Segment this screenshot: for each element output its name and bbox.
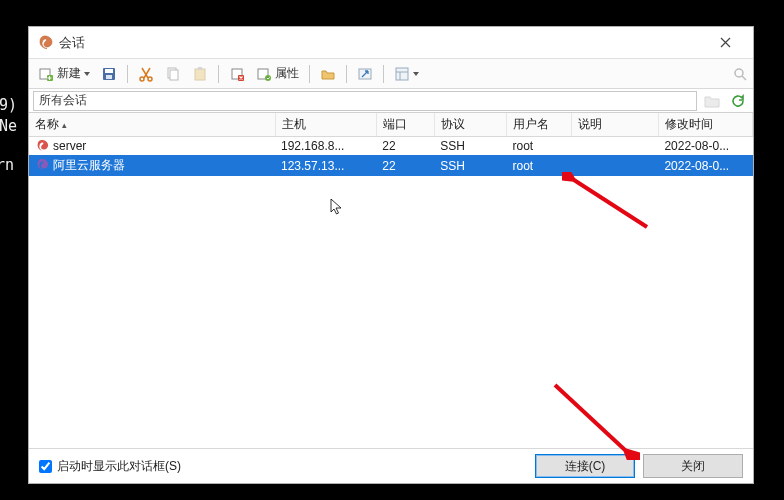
session-dialog: 会话 新建 属性 — [28, 26, 754, 484]
cell-proto: SSH — [434, 155, 506, 176]
cell-mod: 2022-08-0... — [658, 137, 752, 156]
cell-mod: 2022-08-0... — [658, 155, 752, 176]
save-button[interactable] — [96, 62, 122, 86]
svg-point-17 — [735, 69, 743, 77]
path-bar: 所有会话 — [29, 89, 753, 113]
startup-checkbox-label: 启动时显示此对话框(S) — [57, 458, 181, 475]
footer-bar: 启动时显示此对话框(S) 连接(C) 关闭 — [29, 449, 753, 483]
search-icon[interactable] — [731, 65, 749, 83]
cell-port: 22 — [376, 155, 434, 176]
mouse-cursor-icon — [330, 198, 344, 216]
col-host[interactable]: 主机 — [275, 113, 376, 137]
chevron-down-icon — [84, 72, 90, 76]
session-list[interactable]: 名称 主机 端口 协议 用户名 说明 修改时间 server192.168.8.… — [29, 113, 753, 449]
connect-button[interactable]: 连接(C) — [535, 454, 635, 478]
paste-button[interactable] — [187, 62, 213, 86]
properties-button[interactable]: 属性 — [251, 62, 304, 86]
table-row[interactable]: server192.168.8...22SSHroot2022-08-0... — [29, 137, 753, 156]
col-mod[interactable]: 修改时间 — [658, 113, 752, 137]
col-user[interactable]: 用户名 — [507, 113, 572, 137]
startup-checkbox-input[interactable] — [39, 460, 52, 473]
cell-user: root — [507, 155, 572, 176]
cell-desc — [572, 137, 659, 156]
titlebar: 会话 — [29, 27, 753, 59]
col-proto[interactable]: 协议 — [434, 113, 506, 137]
copy-button[interactable] — [160, 62, 186, 86]
session-shell-icon — [35, 139, 49, 153]
toolbar: 新建 属性 — [29, 59, 753, 89]
chevron-down-icon — [413, 72, 419, 76]
dialog-title: 会话 — [59, 34, 85, 52]
svg-rect-8 — [170, 70, 178, 80]
session-shell-icon — [35, 158, 49, 172]
svg-rect-10 — [198, 67, 202, 70]
path-input[interactable]: 所有会话 — [33, 91, 697, 111]
svg-point-6 — [148, 77, 152, 81]
col-desc[interactable]: 说明 — [572, 113, 659, 137]
col-port[interactable]: 端口 — [376, 113, 434, 137]
link-button[interactable] — [352, 62, 378, 86]
col-name[interactable]: 名称 — [29, 113, 275, 137]
svg-point-5 — [140, 77, 144, 81]
svg-rect-9 — [195, 69, 205, 80]
cell-port: 22 — [376, 137, 434, 156]
svg-rect-4 — [106, 75, 112, 79]
cell-proto: SSH — [434, 137, 506, 156]
close-window-button[interactable] — [705, 28, 745, 58]
column-headers[interactable]: 名称 主机 端口 协议 用户名 说明 修改时间 — [29, 113, 753, 137]
cell-user: root — [507, 137, 572, 156]
terminal-text: rn — [0, 155, 14, 176]
new-folder-button[interactable] — [315, 62, 341, 86]
delete-button[interactable] — [224, 62, 250, 86]
cell-host: 192.168.8... — [275, 137, 376, 156]
table-row[interactable]: 阿里云服务器123.57.13...22SSHroot2022-08-0... — [29, 155, 753, 176]
view-mode-button[interactable] — [389, 62, 424, 86]
svg-rect-3 — [105, 69, 113, 73]
new-button[interactable]: 新建 — [33, 62, 95, 86]
cell-name: server — [53, 139, 86, 153]
folder-icon[interactable] — [701, 91, 723, 111]
svg-rect-16 — [396, 68, 408, 80]
app-shell-icon — [37, 35, 53, 51]
close-button[interactable]: 关闭 — [643, 454, 743, 478]
cut-button[interactable] — [133, 62, 159, 86]
cell-host: 123.57.13... — [275, 155, 376, 176]
refresh-icon[interactable] — [727, 91, 749, 111]
cell-name: 阿里云服务器 — [53, 158, 125, 172]
startup-checkbox[interactable]: 启动时显示此对话框(S) — [39, 458, 181, 475]
cell-desc — [572, 155, 659, 176]
terminal-text: 99) Ne — [0, 95, 17, 137]
